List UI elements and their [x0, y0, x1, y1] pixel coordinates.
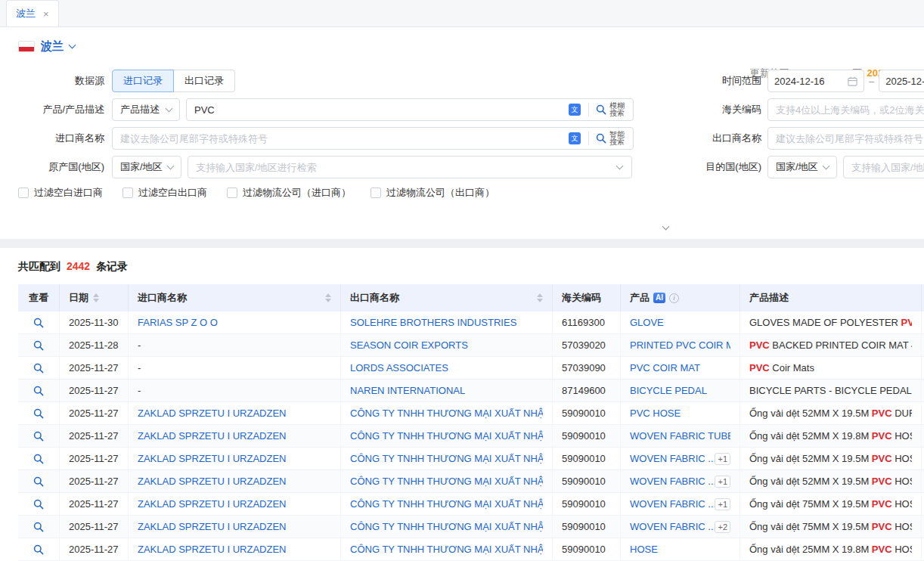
view-cell[interactable] — [18, 448, 60, 470]
product-link[interactable]: WOVEN FABRIC ... — [630, 498, 715, 510]
exporter-link[interactable]: NAREN INTERNATIONAL — [350, 385, 465, 396]
product-link[interactable]: WOVEN FABRIC ... — [630, 521, 715, 532]
translate-icon[interactable]: 文 — [569, 132, 581, 144]
tab-poland[interactable]: 波兰 × — [6, 0, 59, 26]
exporter-link[interactable]: CÔNG TY TNHH THƯƠNG MẠI XUẤT NHẬP... — [350, 453, 543, 464]
sort-icon[interactable] — [325, 293, 331, 302]
product-link[interactable]: PVC HOSE — [630, 408, 681, 419]
filter-checkbox[interactable]: 过滤空白出口商 — [122, 186, 207, 200]
view-cell[interactable] — [18, 425, 60, 447]
checkbox-icon[interactable] — [18, 188, 29, 198]
product-label: 产品/产品描述 — [18, 103, 104, 116]
product-more-badge[interactable]: +2 — [715, 521, 730, 533]
exporter-link[interactable]: LORDS ASSOCIATES — [350, 362, 448, 373]
time-range-label: 时间范围 — [683, 74, 761, 88]
fuzzy-search-button[interactable]: 模糊 搜索 — [592, 102, 628, 117]
exporter-cell: CÔNG TY TNHH THƯƠNG MẠI XUẤT NHẬP... — [341, 516, 553, 538]
importer-link[interactable]: ZAKLAD SPRZETU I URZADZEN — [138, 498, 286, 510]
magnifier-icon — [33, 454, 44, 464]
view-cell[interactable] — [18, 380, 60, 401]
product-more-badge[interactable]: +1 — [715, 453, 730, 465]
smart-search-button[interactable]: 智能 搜索 — [592, 131, 628, 146]
origin-input[interactable] — [188, 162, 617, 173]
view-cell[interactable] — [18, 311, 60, 333]
datasource-tabs: 进口记录 出口记录 — [112, 70, 235, 92]
filter-checkbox[interactable]: 过滤物流公司（出口商） — [371, 186, 495, 200]
importer-link[interactable]: ZAKLAD SPRZETU I URZADZEN — [138, 521, 286, 532]
product-link[interactable]: HOSE — [630, 544, 658, 555]
product-link[interactable]: PVC COIR MAT — [630, 362, 700, 373]
importer-link[interactable]: ZAKLAD SPRZETU I URZADZEN — [138, 453, 286, 464]
col-exporter[interactable]: 出口商名称 — [341, 284, 553, 311]
exporter-link[interactable]: CÔNG TY TNHH THƯƠNG MẠI XUẤT NHẬP... — [350, 430, 543, 442]
importer-link[interactable]: ZAKLAD SPRZETU I URZADZEN — [138, 476, 286, 487]
exporter-cell: CÔNG TY TNHH THƯƠNG MẠI XUẤT NHẬP... — [341, 538, 553, 560]
filter-checkbox[interactable]: 过滤空白进口商 — [18, 186, 103, 200]
exporter-link[interactable]: CÔNG TY TNHH THƯƠNG MẠI XUẤT NHẬP... — [350, 521, 543, 532]
product-link[interactable]: PRINTED PVC COIR M... — [630, 339, 730, 351]
hs-code-input[interactable] — [767, 98, 924, 121]
exporter-link[interactable]: CÔNG TY TNHH THƯƠNG MẠI XUẤT NHẬP... — [350, 498, 543, 510]
hs-code-row: 海关编码 — [683, 98, 924, 121]
product-link[interactable]: GLOVE — [630, 317, 664, 328]
product-input[interactable] — [187, 104, 564, 116]
col-hs-code: 海关编码 — [553, 284, 621, 311]
hs-code-cell: 59090010 — [553, 470, 621, 492]
filter-checkbox[interactable]: 过滤物流公司（进口商） — [227, 186, 351, 200]
product-more-badge[interactable]: +1 — [715, 498, 730, 510]
collapse-panel-button[interactable] — [647, 227, 684, 239]
product-link[interactable]: WOVEN FABRIC ... — [630, 453, 715, 464]
importer-link[interactable]: ZAKLAD SPRZETU I URZADZEN — [138, 544, 286, 555]
importer-link[interactable]: ZAKLAD SPRZETU I URZADZEN — [138, 430, 286, 442]
exporter-link[interactable]: CÔNG TY TNHH THƯƠNG MẠI XUẤT NHẬP... — [350, 408, 543, 419]
hs-code-cell: 57039090 — [553, 357, 621, 379]
origin-country-select[interactable]: 国家/地区 — [112, 156, 181, 178]
product-more-badge[interactable]: +1 — [715, 476, 730, 488]
exporter-cell: NAREN INTERNATIONAL — [341, 380, 553, 401]
magnifier-icon — [33, 340, 44, 351]
exporter-cell: SEASON COIR EXPORTS — [341, 334, 553, 356]
exporter-link[interactable]: SEASON COIR EXPORTS — [350, 339, 468, 351]
sort-icon[interactable] — [537, 293, 543, 302]
info-icon[interactable]: i — [669, 293, 679, 303]
divider — [588, 132, 589, 145]
date-to-input[interactable]: 2025-12-15 — [879, 70, 924, 92]
tab-import-records[interactable]: 进口记录 — [112, 70, 174, 92]
exporter-link[interactable]: CÔNG TY TNHH THƯƠNG MẠI XUẤT NHẬP... — [350, 476, 543, 487]
date-cell: 2025-11-28 — [60, 334, 129, 356]
col-importer[interactable]: 进口商名称 — [129, 284, 341, 311]
view-cell[interactable] — [18, 357, 60, 379]
checkbox-icon[interactable] — [122, 188, 133, 198]
importer-link[interactable]: ZAKLAD SPRZETU I URZADZEN — [138, 408, 286, 419]
tab-close-icon[interactable]: × — [43, 8, 49, 20]
exporter-link[interactable]: CÔNG TY TNHH THƯƠNG MẠI XUẤT NHẬP... — [350, 544, 543, 555]
date-from-input[interactable]: 2024-12-16 — [767, 70, 864, 92]
importer-link[interactable]: FARIAS SP Z O O — [138, 317, 218, 328]
view-cell[interactable] — [18, 516, 60, 538]
exporter-link[interactable]: SOLEHRE BROTHERS INDUSTRIES — [350, 317, 516, 328]
translate-icon[interactable]: 文 — [569, 104, 581, 116]
checkbox-icon[interactable] — [227, 188, 237, 198]
exporter-cell: CÔNG TY TNHH THƯƠNG MẠI XUẤT NHẬP... — [341, 470, 553, 492]
product-link[interactable]: WOVEN FABRIC TUBE — [630, 430, 730, 442]
view-cell[interactable] — [18, 493, 60, 515]
view-cell[interactable] — [18, 402, 60, 424]
importer-name-input[interactable] — [113, 133, 564, 144]
checkbox-icon[interactable] — [371, 188, 381, 198]
product-link[interactable]: WOVEN FABRIC ... — [630, 476, 715, 487]
exporter-name-input[interactable] — [767, 127, 924, 150]
tab-export-records[interactable]: 出口记录 — [173, 70, 235, 92]
col-date[interactable]: 日期 — [60, 284, 129, 311]
destination-input[interactable] — [843, 156, 924, 178]
view-cell[interactable] — [18, 538, 60, 560]
product-link[interactable]: BICYCLE PEDAL — [630, 385, 707, 396]
filter-label: 过滤物流公司（进口商） — [243, 186, 351, 200]
country-selector[interactable]: 波兰 — [18, 35, 109, 57]
date-cell: 2025-11-30 — [60, 311, 129, 333]
view-cell[interactable] — [18, 470, 60, 492]
product-type-select[interactable]: 产品描述 — [112, 98, 180, 121]
description-cell: PVC Coir Mats — [740, 357, 922, 379]
sort-icon[interactable] — [93, 293, 99, 302]
destination-country-select[interactable]: 国家/地区 — [767, 156, 837, 178]
view-cell[interactable] — [18, 334, 60, 356]
